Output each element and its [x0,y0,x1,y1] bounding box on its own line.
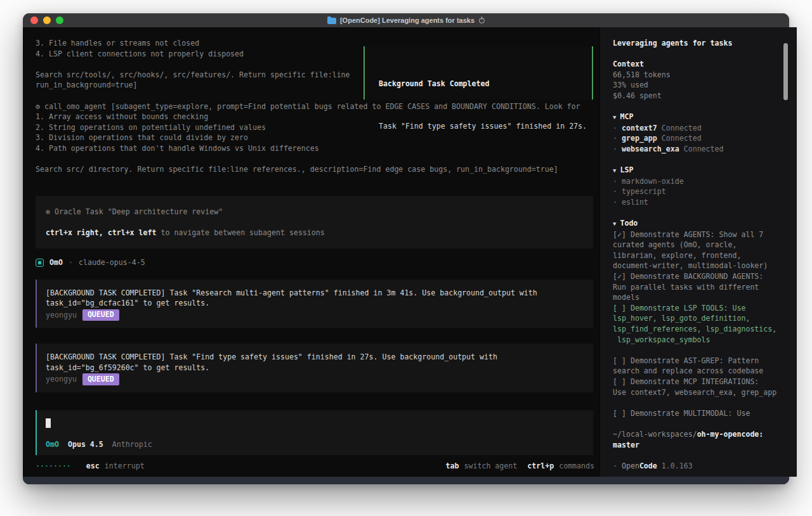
session-title: Leveraging agents for tasks [613,38,785,49]
bullet-icon: · [613,198,617,207]
app-version: · OpenCode 1.0.163 [613,461,785,472]
agent-checkbox-icon [36,259,44,267]
context-spent: $0.46 spent [613,91,785,101]
message-text: [BACKGROUND TASK COMPLETED] Task "Find t… [46,352,584,373]
agent-name: OmO [49,257,63,268]
oracle-task-box: ✻ Oracle Task "Deep architecture review"… [36,196,593,248]
chevron-down-icon: ▼ [613,114,616,120]
toast-body: Task "Find type safety issues" finished … [379,121,591,132]
power-icon [479,18,485,23]
chevron-down-icon: ▼ [613,167,616,174]
text-cursor [46,418,51,428]
message-text: [BACKGROUND TASK COMPLETED] Task "Resear… [46,288,584,309]
mcp-item: · websearch_exa Connected [613,144,785,155]
agent-session-header: OmO · claude-opus-4-5 [36,257,593,268]
todo-section: ▼Todo [✓] Demonstrate AGENTS: Show all 7… [613,218,785,418]
mcp-item: · grep_app Connected [613,133,785,144]
bullet-icon: · [613,124,617,132]
folder-icon [327,18,336,24]
separator-dot: · [69,257,73,268]
toast-title: Background Task Completed [379,79,591,89]
terminal-window: [OpenCode] Leveraging agents for tasks 3… [23,13,789,484]
titlebar[interactable]: [OpenCode] Leveraging agents for tasks [23,13,789,27]
ctrlp-keyhint: ctrl+p [527,461,554,472]
queued-message: [BACKGROUND TASK COMPLETED] Task "Find t… [36,344,593,392]
active-model-label: Opus 4.5 [68,439,103,450]
agent-model: claude-opus-4-5 [79,257,145,268]
provider-label: Anthropic [112,439,152,450]
mcp-section: ▼MCP · context7 Connected · grep_app Con… [613,112,785,154]
tab-keyhint: tab [446,461,459,472]
window-bottom-edge [23,477,789,484]
oracle-task-line: ✻ Oracle Task "Deep architecture review" [46,207,583,217]
lsp-item: · typescript [613,186,785,197]
todo-pending-item: [ ] Demonstrate MULTIMODAL: Use [613,408,785,419]
todo-pending-items: [ ] Demonstrate AST-GREP: Pattern search… [613,356,785,397]
lsp-section: ▼LSP · markdown-oxide · typescript · esl… [613,165,785,207]
background-task-toast: Background Task Completed Task "Find typ… [363,46,593,100]
git-branch: master [613,440,785,451]
nav-keybinding: ctrl+x right, ctrl+x left [46,228,157,237]
lsp-item: · eslint [613,197,785,208]
context-tokens: 66,518 tokens [613,70,785,81]
context-header: Context [613,59,785,70]
active-agent-label: OmO [46,439,59,450]
workspace-repo: oh-my-opencode: [697,430,764,439]
subagent-nav-hint: ctrl+x right, ctrl+x left to navigate be… [46,228,583,238]
session-sidebar: Leveraging agents for tasks Context 66,5… [599,27,797,477]
statusbar: ········ esc interrupt tab switch agent … [23,455,599,477]
window-title: [OpenCode] Leveraging agents for tasks [23,16,789,24]
lsp-section-header[interactable]: ▼LSP [613,165,785,176]
queued-badge: QUEUED [82,309,119,321]
bullet-icon: · [613,134,617,143]
context-section: Context 66,518 tokens 33% used $0.46 spe… [613,59,785,101]
todo-active-item: [ ] Demonstrate LSP TOOLS: Use lsp_hover… [613,303,785,345]
context-used: 33% used [613,80,785,91]
bullet-icon: · [613,145,617,153]
bullet-icon: · [613,187,617,196]
lsp-item: · markdown-oxide [613,176,785,187]
spinner-dots-icon: ········ [36,461,71,472]
prompt-input[interactable]: OmO Opus 4.5 Anthropic [36,410,593,455]
chevron-down-icon: ▼ [613,221,616,227]
queued-message: [BACKGROUND TASK COMPLETED] Task "Resear… [36,280,593,328]
mcp-section-header[interactable]: ▼MCP [613,112,785,123]
mcp-item: · context7 Connected [613,123,785,134]
window-title-text: [OpenCode] Leveraging agents for tasks [340,16,475,24]
oracle-task-icon: ✻ [46,207,50,216]
esc-keyhint: esc [86,461,100,472]
todo-section-header[interactable]: ▼Todo [613,218,785,229]
message-user: yeongyu [46,374,77,385]
queued-badge: QUEUED [82,373,119,385]
bullet-icon: · [613,461,617,470]
message-user: yeongyu [46,310,77,321]
todo-done-items: [✓] Demonstrate AGENTS: Show all 7 curat… [613,229,785,303]
sidebar-scrollbar-thumb[interactable] [783,43,788,100]
workspace-path: ~/local-workspaces/oh-my-opencode: maste… [613,429,785,450]
bullet-icon: · [613,177,617,186]
workspace-path-prefix: ~/local-workspaces/ [613,430,697,439]
